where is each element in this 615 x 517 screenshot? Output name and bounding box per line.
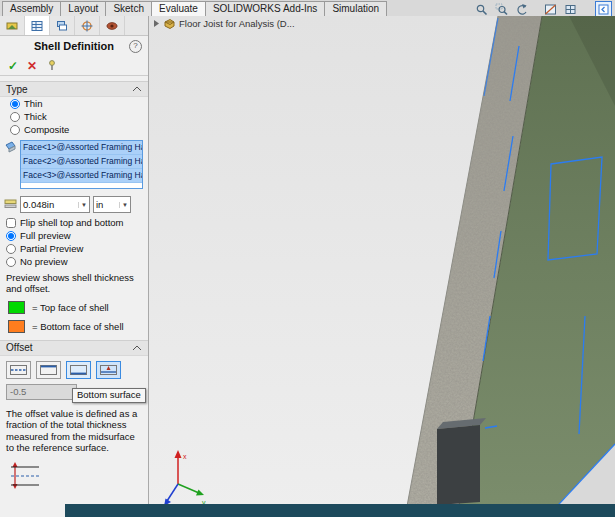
zoom-fit-icon[interactable] [474,2,489,16]
section-view-icon[interactable] [543,2,558,16]
partial-preview-radio[interactable] [6,244,16,254]
thin-radio[interactable] [10,99,20,109]
full-preview-radio[interactable] [6,231,16,241]
offset-tooltip: Bottom surface [72,388,146,403]
property-tab-icon [31,20,43,32]
tab-simulation[interactable]: Simulation [324,1,387,16]
offset-value-input[interactable]: -0.5 [6,384,77,400]
property-manager-title: Shell Definition ? [0,36,148,56]
offset-group-label: Offset [6,342,33,353]
no-preview-row[interactable]: No preview [0,255,148,268]
previous-view-icon[interactable] [514,2,529,16]
bottom-face-label: = Bottom face of shell [32,321,124,332]
help-icon[interactable]: ? [129,40,142,53]
property-manager-tab[interactable] [25,16,50,35]
type-option-thick[interactable]: Thick [0,110,148,123]
no-preview-label: No preview [20,256,68,267]
property-manager-actions: ✓ ✕ [0,56,148,76]
composite-label: Composite [24,124,69,135]
full-preview-row[interactable]: Full preview [0,229,148,242]
tab-sketch[interactable]: Sketch [105,1,152,16]
cancel-button[interactable]: ✕ [27,59,37,73]
task-pane-icon[interactable] [595,1,612,17]
no-preview-radio[interactable] [6,257,16,267]
shell-thickness-icon [4,197,17,212]
thickness-value: 0.048in [23,199,54,210]
thin-label: Thin [24,98,42,109]
tab-evaluate[interactable]: Evaluate [151,1,206,16]
part-icon [164,18,175,29]
tab-solidworks-add-ins[interactable]: SOLIDWORKS Add-Ins [205,1,325,16]
configuration-manager-tab[interactable] [50,16,75,35]
top-face-label: = Top face of shell [32,302,109,313]
triad-x-label: x [183,453,187,460]
offset-buttons [0,356,148,381]
configuration-tab-icon [56,20,68,32]
thickness-unit: in [96,199,103,210]
display-style-icon[interactable] [563,2,578,16]
chevron-up-icon [132,86,142,92]
offset-value-row: -0.5 Bottom surface [0,381,148,404]
title-label: Shell Definition [34,40,114,52]
3d-model-scene[interactable]: x y z [149,16,615,517]
dimxpert-tab-icon [81,20,93,32]
offset-top-surface-button[interactable] [36,361,61,379]
composite-radio[interactable] [10,125,20,135]
zoom-area-icon[interactable] [494,2,509,16]
face-list-item[interactable]: Face<3>@Assorted Framing Hang [21,169,143,183]
flip-shell-checkbox[interactable] [6,218,16,228]
offset-midsurface-button[interactable] [6,361,31,379]
ribbon-tabs: Assembly Layout Sketch Evaluate SOLIDWOR… [2,1,386,16]
hanger-block[interactable] [437,425,480,505]
face-selection-list[interactable]: Face<1>@Assorted Framing Hang Face<2>@As… [20,140,143,189]
display-manager-tab[interactable] [100,16,125,35]
offset-bottom-surface-button[interactable] [66,361,91,379]
full-preview-label: Full preview [20,230,71,241]
heads-up-toolbar [474,1,612,17]
flip-shell-checkbox-row[interactable]: Flip shell top and bottom [0,216,148,229]
thickness-input[interactable]: 0.048in ▼ [20,196,90,213]
chevron-down-icon[interactable]: ▼ [78,202,87,208]
features-tab-icon [6,20,18,32]
face-list-item[interactable]: Face<1>@Assorted Framing Hang [21,141,143,155]
thickness-row: 0.048in ▼ in ▼ [0,192,148,216]
features-manager-tab[interactable] [0,16,25,35]
offset-group-header[interactable]: Offset [0,340,148,356]
command-manager-bar: Assembly Layout Sketch Evaluate SOLIDWOR… [0,0,615,17]
simulation-tab-icon [106,20,118,32]
legend-top-face: = Top face of shell [0,297,148,316]
thickness-unit-select[interactable]: in ▼ [93,196,131,213]
offset-specify-ratio-button[interactable] [96,361,121,379]
type-option-thin[interactable]: Thin [0,97,148,110]
bottom-face-swatch [8,320,25,333]
offset-description: The offset value is defined as a fractio… [0,404,148,456]
thick-label: Thick [24,111,47,122]
chevron-down-icon[interactable]: ▼ [119,202,128,208]
type-group-header[interactable]: Type [0,81,148,97]
type-group-label: Type [6,84,28,95]
partial-preview-row[interactable]: Partial Preview [0,242,148,255]
face-selection-icon [4,140,17,189]
dimxpert-manager-tab[interactable] [75,16,100,35]
offset-diagram [9,461,148,493]
pin-icon[interactable] [46,59,58,73]
ok-button[interactable]: ✓ [8,59,18,73]
flip-shell-label: Flip shell top and bottom [20,217,124,228]
tab-layout[interactable]: Layout [60,1,106,16]
face-list-item[interactable]: Face<2>@Assorted Framing Hang [21,155,143,169]
breadcrumb-label: Floor Joist for Analysis (D... [179,18,295,29]
breadcrumb[interactable]: Floor Joist for Analysis (D... [153,18,295,29]
face-selection-row: Face<1>@Assorted Framing Hang Face<2>@As… [0,136,148,192]
partial-preview-label: Partial Preview [20,243,83,254]
top-face-swatch [8,301,25,314]
chevron-up-icon [132,345,142,351]
tab-assembly[interactable]: Assembly [2,1,61,16]
property-manager-panel: Shell Definition ? ✓ ✕ Type Thin Thick C… [0,16,149,517]
manager-pane-tabs [0,16,148,36]
preview-note: Preview shows shell thickness and offset… [0,268,148,297]
graphics-viewport[interactable]: Floor Joist for Analysis (D... [149,16,615,517]
legend-bottom-face: = Bottom face of shell [0,316,148,335]
type-option-composite[interactable]: Composite [0,123,148,136]
thick-radio[interactable] [10,112,20,122]
collapse-arrow-icon[interactable] [153,19,160,28]
